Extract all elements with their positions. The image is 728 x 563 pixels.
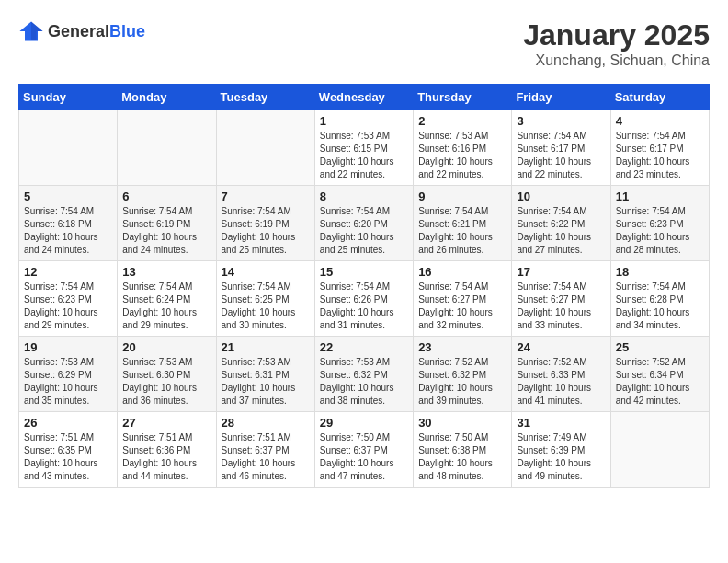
calendar-cell: 1Sunrise: 7:53 AM Sunset: 6:15 PM Daylig… (314, 110, 413, 186)
day-number: 24 (517, 340, 605, 354)
calendar-cell (118, 110, 216, 186)
day-info: Sunrise: 7:51 AM Sunset: 6:37 PM Dayligh… (222, 431, 310, 483)
day-number: 26 (24, 416, 112, 430)
day-info: Sunrise: 7:51 AM Sunset: 6:35 PM Dayligh… (24, 431, 112, 483)
day-info: Sunrise: 7:51 AM Sunset: 6:36 PM Dayligh… (122, 431, 210, 483)
calendar-cell: 12Sunrise: 7:54 AM Sunset: 6:23 PM Dayli… (19, 261, 118, 337)
day-number: 31 (517, 416, 605, 430)
calendar-cell (19, 110, 118, 186)
day-number: 4 (616, 114, 704, 128)
calendar-cell: 17Sunrise: 7:54 AM Sunset: 6:27 PM Dayli… (512, 261, 610, 337)
day-info: Sunrise: 7:54 AM Sunset: 6:18 PM Dayligh… (24, 205, 112, 257)
day-info: Sunrise: 7:53 AM Sunset: 6:31 PM Dayligh… (222, 356, 310, 408)
day-info: Sunrise: 7:50 AM Sunset: 6:37 PM Dayligh… (320, 431, 408, 483)
calendar-cell: 15Sunrise: 7:54 AM Sunset: 6:26 PM Dayli… (314, 261, 413, 337)
day-info: Sunrise: 7:52 AM Sunset: 6:34 PM Dayligh… (616, 356, 704, 408)
day-number: 30 (418, 416, 506, 430)
day-number: 12 (24, 265, 112, 279)
logo-blue: Blue (109, 22, 145, 40)
day-info: Sunrise: 7:54 AM Sunset: 6:27 PM Dayligh… (418, 281, 506, 332)
day-header-friday: Friday (512, 85, 610, 110)
day-info: Sunrise: 7:54 AM Sunset: 6:23 PM Dayligh… (616, 205, 704, 257)
day-number: 15 (320, 265, 408, 279)
calendar-cell: 7Sunrise: 7:54 AM Sunset: 6:19 PM Daylig… (216, 186, 314, 261)
calendar-cell: 29Sunrise: 7:50 AM Sunset: 6:37 PM Dayli… (314, 412, 413, 488)
day-number: 11 (616, 190, 704, 203)
day-info: Sunrise: 7:54 AM Sunset: 6:23 PM Dayligh… (24, 281, 112, 332)
day-info: Sunrise: 7:54 AM Sunset: 6:22 PM Dayligh… (517, 205, 605, 257)
day-info: Sunrise: 7:54 AM Sunset: 6:21 PM Dayligh… (418, 205, 506, 257)
day-info: Sunrise: 7:53 AM Sunset: 6:15 PM Dayligh… (320, 130, 408, 181)
calendar: SundayMondayTuesdayWednesdayThursdayFrid… (18, 84, 710, 488)
logo-icon (18, 18, 44, 44)
day-info: Sunrise: 7:53 AM Sunset: 6:16 PM Dayligh… (418, 130, 506, 181)
calendar-cell: 2Sunrise: 7:53 AM Sunset: 6:16 PM Daylig… (414, 110, 512, 186)
day-info: Sunrise: 7:54 AM Sunset: 6:19 PM Dayligh… (122, 205, 210, 257)
day-info: Sunrise: 7:53 AM Sunset: 6:32 PM Dayligh… (320, 356, 408, 408)
day-info: Sunrise: 7:54 AM Sunset: 6:19 PM Dayligh… (222, 205, 310, 257)
day-number: 10 (517, 190, 605, 203)
day-info: Sunrise: 7:54 AM Sunset: 6:20 PM Dayligh… (320, 205, 408, 257)
calendar-cell: 14Sunrise: 7:54 AM Sunset: 6:25 PM Dayli… (216, 261, 314, 337)
logo-general: General (48, 22, 109, 40)
day-info: Sunrise: 7:52 AM Sunset: 6:33 PM Dayligh… (517, 356, 605, 408)
calendar-cell: 19Sunrise: 7:53 AM Sunset: 6:29 PM Dayli… (19, 337, 118, 412)
calendar-cell: 26Sunrise: 7:51 AM Sunset: 6:35 PM Dayli… (19, 412, 118, 488)
day-info: Sunrise: 7:53 AM Sunset: 6:30 PM Dayligh… (122, 356, 210, 408)
calendar-cell: 30Sunrise: 7:50 AM Sunset: 6:38 PM Dayli… (414, 412, 512, 488)
calendar-cell: 24Sunrise: 7:52 AM Sunset: 6:33 PM Dayli… (512, 337, 610, 412)
day-header-monday: Monday (118, 85, 216, 110)
day-info: Sunrise: 7:54 AM Sunset: 6:25 PM Dayligh… (222, 281, 310, 332)
day-number: 29 (320, 416, 408, 430)
calendar-cell: 8Sunrise: 7:54 AM Sunset: 6:20 PM Daylig… (314, 186, 413, 261)
calendar-cell: 31Sunrise: 7:49 AM Sunset: 6:39 PM Dayli… (512, 412, 610, 488)
day-info: Sunrise: 7:49 AM Sunset: 6:39 PM Dayligh… (517, 431, 605, 483)
calendar-cell: 28Sunrise: 7:51 AM Sunset: 6:37 PM Dayli… (216, 412, 314, 488)
title-area: January 2025 Xunchang, Sichuan, China (523, 18, 710, 69)
calendar-cell: 3Sunrise: 7:54 AM Sunset: 6:17 PM Daylig… (512, 110, 610, 186)
day-header-wednesday: Wednesday (314, 85, 413, 110)
day-number: 17 (517, 265, 605, 279)
calendar-cell: 6Sunrise: 7:54 AM Sunset: 6:19 PM Daylig… (118, 186, 216, 261)
day-info: Sunrise: 7:54 AM Sunset: 6:17 PM Dayligh… (616, 130, 704, 181)
calendar-cell: 9Sunrise: 7:54 AM Sunset: 6:21 PM Daylig… (414, 186, 512, 261)
calendar-cell: 13Sunrise: 7:54 AM Sunset: 6:24 PM Dayli… (118, 261, 216, 337)
day-number: 22 (320, 340, 408, 354)
day-number: 25 (616, 340, 704, 354)
day-header-tuesday: Tuesday (216, 85, 314, 110)
calendar-cell: 4Sunrise: 7:54 AM Sunset: 6:17 PM Daylig… (610, 110, 709, 186)
day-header-saturday: Saturday (610, 85, 709, 110)
day-number: 16 (418, 265, 506, 279)
calendar-cell: 10Sunrise: 7:54 AM Sunset: 6:22 PM Dayli… (512, 186, 610, 261)
day-number: 28 (222, 416, 310, 430)
logo: GeneralBlue (18, 18, 145, 44)
month-title: January 2025 (523, 18, 710, 52)
calendar-cell: 22Sunrise: 7:53 AM Sunset: 6:32 PM Dayli… (314, 337, 413, 412)
day-number: 1 (320, 114, 408, 128)
day-number: 7 (222, 190, 310, 203)
day-number: 18 (616, 265, 704, 279)
day-number: 5 (24, 190, 112, 203)
day-number: 13 (122, 265, 210, 279)
day-info: Sunrise: 7:54 AM Sunset: 6:17 PM Dayligh… (517, 130, 605, 181)
day-number: 23 (418, 340, 506, 354)
calendar-cell: 20Sunrise: 7:53 AM Sunset: 6:30 PM Dayli… (118, 337, 216, 412)
calendar-cell: 11Sunrise: 7:54 AM Sunset: 6:23 PM Dayli… (610, 186, 709, 261)
calendar-cell: 5Sunrise: 7:54 AM Sunset: 6:18 PM Daylig… (19, 186, 118, 261)
calendar-cell: 27Sunrise: 7:51 AM Sunset: 6:36 PM Dayli… (118, 412, 216, 488)
day-info: Sunrise: 7:54 AM Sunset: 6:26 PM Dayligh… (320, 281, 408, 332)
calendar-cell: 21Sunrise: 7:53 AM Sunset: 6:31 PM Dayli… (216, 337, 314, 412)
day-header-thursday: Thursday (414, 85, 512, 110)
day-number: 20 (122, 340, 210, 354)
day-number: 3 (517, 114, 605, 128)
day-number: 8 (320, 190, 408, 203)
location: Xunchang, Sichuan, China (523, 52, 710, 69)
day-number: 9 (418, 190, 506, 203)
day-number: 2 (418, 114, 506, 128)
day-info: Sunrise: 7:54 AM Sunset: 6:24 PM Dayligh… (122, 281, 210, 332)
day-number: 19 (24, 340, 112, 354)
calendar-cell: 25Sunrise: 7:52 AM Sunset: 6:34 PM Dayli… (610, 337, 709, 412)
day-info: Sunrise: 7:54 AM Sunset: 6:27 PM Dayligh… (517, 281, 605, 332)
day-info: Sunrise: 7:50 AM Sunset: 6:38 PM Dayligh… (418, 431, 506, 483)
calendar-cell: 18Sunrise: 7:54 AM Sunset: 6:28 PM Dayli… (610, 261, 709, 337)
